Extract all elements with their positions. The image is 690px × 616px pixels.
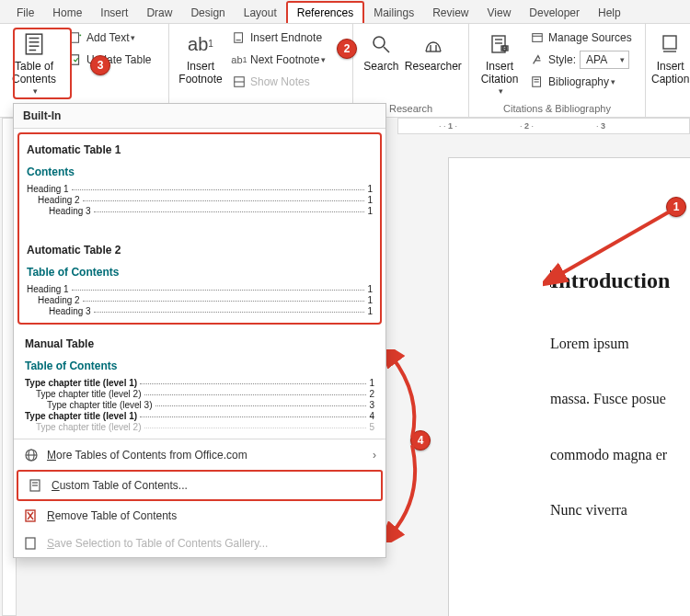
manage-sources-button[interactable]: Manage Sources bbox=[526, 28, 636, 48]
svg-rect-0 bbox=[26, 34, 41, 54]
tab-references[interactable]: References bbox=[286, 1, 364, 23]
chevron-right-icon: › bbox=[373, 449, 376, 462]
tab-design[interactable]: Design bbox=[181, 3, 234, 23]
remove-toc-menu-item[interactable]: RRemove Table of Contentsemove Table of … bbox=[14, 502, 385, 530]
table-of-contents-button[interactable]: Table of Contents▾ bbox=[6, 28, 63, 96]
custom-toc-menu-item[interactable]: CCustom Table of Contents...ustom Table … bbox=[18, 472, 381, 499]
custom-toc-icon bbox=[28, 477, 44, 494]
horizontal-ruler: · · 1 ·· 2 ·· 3 bbox=[397, 118, 690, 134]
caption-icon bbox=[658, 31, 684, 57]
ribbon-tabs: File Home Insert Draw Design Layout Refe… bbox=[0, 0, 690, 24]
svg-rect-5 bbox=[71, 33, 79, 43]
style-dropdown[interactable]: APA▾ bbox=[580, 51, 629, 69]
toc-preview-line: Type chapter title (level 2)5 bbox=[25, 422, 374, 432]
chevron-down-icon: ▾ bbox=[33, 86, 38, 96]
toc-dropdown-panel: Built-In Automatic Table 1 Contents Head… bbox=[13, 103, 386, 558]
tab-mailings[interactable]: Mailings bbox=[364, 3, 423, 23]
toc-preview-line: Type chapter title (level 2)2 bbox=[25, 389, 374, 399]
style-icon bbox=[530, 52, 545, 67]
chevron-down-icon: ▾ bbox=[620, 55, 625, 64]
toc-preview-line: Heading 21 bbox=[27, 195, 373, 205]
group-label-citations: Citations & Bibliography bbox=[475, 100, 639, 117]
save-selection-menu-item: SSave Selection to Table of Contents Gal… bbox=[14, 530, 385, 557]
panel-header-built-in: Built-In bbox=[14, 104, 385, 129]
remove-icon bbox=[23, 508, 40, 524]
separator bbox=[14, 439, 385, 439]
annotation-badge-3: 3 bbox=[90, 55, 110, 75]
toc-gallery-auto: Automatic Table 1 Contents Heading 11 He… bbox=[17, 132, 382, 325]
next-footnote-button[interactable]: ab1Next Footnote▾ bbox=[228, 50, 329, 70]
footnote-icon: ab1 bbox=[188, 31, 213, 57]
chevron-down-icon: ▾ bbox=[131, 33, 135, 42]
text-cursor bbox=[550, 270, 551, 287]
more-tables-menu-item[interactable]: MMore Tables of Contents from Office.com… bbox=[14, 441, 385, 469]
citation-icon: (-) bbox=[487, 31, 512, 57]
body-text: Lorem ipsum bbox=[550, 330, 690, 358]
tab-draw[interactable]: Draw bbox=[137, 3, 181, 23]
preview-heading-manual: Table of Contents bbox=[25, 359, 374, 372]
chevron-down-icon: ▾ bbox=[321, 55, 326, 64]
toc-preview-line: Heading 11 bbox=[27, 184, 373, 194]
bibliography-icon bbox=[530, 74, 545, 89]
tab-insert[interactable]: Insert bbox=[91, 3, 137, 23]
annotation-badge-2: 2 bbox=[337, 39, 357, 59]
gallery-title-auto2[interactable]: Automatic Table 2 bbox=[27, 244, 373, 257]
preview-heading-auto1: Contents bbox=[27, 165, 373, 178]
gallery-manual[interactable]: Manual Table Table of Contents Type chap… bbox=[14, 328, 385, 437]
gallery-title-manual: Manual Table bbox=[25, 337, 374, 350]
svg-rect-20 bbox=[533, 34, 543, 42]
researcher-button[interactable]: Researcher bbox=[404, 28, 463, 74]
tab-review[interactable]: Review bbox=[423, 3, 477, 23]
chevron-down-icon: ▾ bbox=[499, 86, 503, 96]
insert-caption-button[interactable]: Insert Caption bbox=[651, 28, 689, 86]
save-gallery-icon bbox=[23, 535, 40, 552]
svg-point-11 bbox=[374, 37, 385, 48]
bibliography-button[interactable]: Bibliography▾ bbox=[526, 72, 636, 92]
toc-preview-line: Type chapter title (level 1)1 bbox=[25, 378, 374, 388]
document-page[interactable]: Introduction Lorem ipsum massa. Fusce po… bbox=[449, 158, 690, 616]
toc-preview-line: Heading 31 bbox=[27, 206, 373, 216]
toc-preview-line: Type chapter title (level 3)3 bbox=[25, 400, 374, 410]
show-notes-button: Show Notes bbox=[228, 72, 329, 92]
body-text: commodo magna er bbox=[550, 441, 690, 469]
preview-heading-auto2: Table of Contents bbox=[27, 266, 373, 279]
tab-file[interactable]: File bbox=[7, 3, 43, 23]
globe-icon bbox=[23, 447, 40, 463]
tab-help[interactable]: Help bbox=[589, 3, 630, 23]
add-text-button[interactable]: Add Text▾ bbox=[64, 28, 155, 48]
tab-developer[interactable]: Developer bbox=[520, 3, 589, 23]
group-citations: (-) Insert Citation▾ Manage Sources Styl… bbox=[469, 24, 646, 117]
chevron-down-icon: ▾ bbox=[611, 77, 615, 86]
toc-preview-line: Heading 11 bbox=[27, 284, 373, 294]
update-icon bbox=[68, 52, 83, 67]
svg-rect-36 bbox=[26, 538, 35, 549]
search-button[interactable]: Search bbox=[359, 28, 404, 74]
svg-text:(-): (-) bbox=[502, 45, 507, 51]
next-footnote-icon: ab1 bbox=[232, 52, 247, 67]
body-text: massa. Fusce posue bbox=[550, 385, 690, 413]
toc-preview-line: Type chapter title (level 1)4 bbox=[25, 411, 374, 421]
search-icon bbox=[368, 31, 394, 57]
insert-citation-button[interactable]: (-) Insert Citation▾ bbox=[475, 28, 524, 96]
tab-home[interactable]: Home bbox=[43, 3, 91, 23]
annotation-arrow-4b bbox=[385, 441, 431, 542]
svg-rect-6 bbox=[71, 55, 79, 65]
svg-line-12 bbox=[384, 47, 389, 52]
annotation-badge-4: 4 bbox=[410, 430, 431, 451]
tab-view[interactable]: View bbox=[478, 3, 521, 23]
body-text: Nunc viverra bbox=[550, 496, 690, 524]
gallery-title-auto1[interactable]: Automatic Table 1 bbox=[27, 143, 373, 156]
insert-footnote-button[interactable]: ab1 Insert Footnote bbox=[175, 28, 226, 86]
add-text-icon bbox=[68, 30, 83, 45]
researcher-icon bbox=[420, 31, 446, 57]
insert-endnote-button[interactable]: Insert Endnote bbox=[228, 28, 329, 48]
style-selector[interactable]: Style:APA▾ bbox=[526, 50, 636, 70]
svg-rect-25 bbox=[663, 36, 676, 49]
endnote-icon bbox=[232, 30, 247, 45]
svg-rect-7 bbox=[235, 33, 243, 43]
toc-preview-line: Heading 21 bbox=[27, 295, 373, 305]
sources-icon bbox=[530, 30, 545, 45]
heading-introduction: Introduction bbox=[550, 268, 690, 293]
toc-preview-line: Heading 31 bbox=[27, 306, 373, 316]
tab-layout[interactable]: Layout bbox=[235, 3, 286, 23]
